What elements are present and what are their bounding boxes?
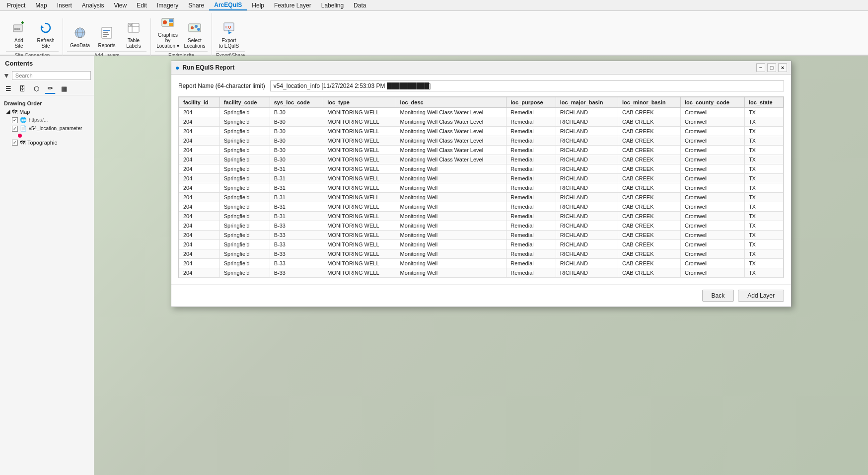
cell-6-5: Remedial: [506, 164, 556, 174]
menu-help[interactable]: Help: [247, 1, 269, 10]
add-layer-button[interactable]: Add Layer: [738, 290, 784, 302]
table-row[interactable]: 204SpringfieldB-31MONITORING WELLMonitor…: [179, 212, 784, 221]
col-sys-loc-code: sys_loc_code: [270, 97, 323, 108]
menu-share[interactable]: Share: [183, 1, 209, 10]
menu-edit[interactable]: Edit: [132, 1, 152, 10]
geodata-icon: [73, 26, 87, 42]
table-row[interactable]: 204SpringfieldB-33MONITORING WELLMonitor…: [179, 240, 784, 249]
graphics-by-location-label: Graphics byLocation ▾: [156, 32, 179, 49]
menu-analysis[interactable]: Analysis: [77, 1, 109, 10]
cell-15-3: MONITORING WELL: [323, 249, 396, 259]
table-row[interactable]: 204SpringfieldB-30MONITORING WELLMonitor…: [179, 117, 784, 127]
svg-point-18: [163, 20, 167, 24]
url-layer-checkbox[interactable]: ✓: [12, 117, 18, 123]
cell-5-8: Cromwell: [680, 155, 744, 164]
refresh-site-button[interactable]: RefreshSite: [33, 18, 59, 50]
cell-13-3: MONITORING WELL: [323, 231, 396, 240]
cell-11-9: TX: [744, 212, 783, 221]
table-row[interactable]: 204SpringfieldB-31MONITORING WELLMonitor…: [179, 202, 784, 212]
menu-bar: Project Map Insert Analysis View Edit Im…: [0, 0, 868, 11]
v54-checkbox[interactable]: ✓: [12, 126, 18, 132]
svg-marker-28: [229, 32, 232, 34]
menu-project[interactable]: Project: [2, 1, 30, 10]
topographic-icon: 🗺: [20, 140, 25, 146]
menu-imagery[interactable]: Imagery: [152, 1, 183, 10]
cell-4-8: Cromwell: [680, 146, 744, 155]
cell-8-5: Remedial: [506, 183, 556, 193]
cell-6-8: Cromwell: [680, 164, 744, 174]
sidebar-map-group[interactable]: ◢ 🗺 Map: [4, 107, 90, 116]
cell-14-2: B-33: [270, 240, 323, 249]
cell-5-6: RICHLAND: [556, 155, 618, 164]
table-row[interactable]: 204SpringfieldB-30MONITORING WELLMonitor…: [179, 155, 784, 164]
dialog-body: Report Name (64-character limit) facilit…: [171, 75, 791, 284]
report-name-label: Report Name (64-character limit): [178, 82, 265, 89]
select-locations-icon: [188, 21, 202, 37]
menu-map[interactable]: Map: [30, 1, 52, 10]
cell-17-1: Springfield: [219, 268, 270, 278]
cell-1-4: Monitoring Well Class Water Level: [396, 117, 506, 127]
polygon-icon[interactable]: ⬡: [31, 83, 42, 94]
menu-view[interactable]: View: [109, 1, 132, 10]
back-button[interactable]: Back: [702, 290, 734, 302]
table-labels-button[interactable]: AB TableLabels: [121, 18, 146, 50]
table-row[interactable]: 204SpringfieldB-30MONITORING WELLMonitor…: [179, 127, 784, 136]
menu-insert[interactable]: Insert: [52, 1, 77, 10]
cell-12-7: CAB CREEK: [618, 221, 680, 231]
menu-labeling[interactable]: Labeling: [316, 1, 349, 10]
table-row[interactable]: 204SpringfieldB-33MONITORING WELLMonitor…: [179, 221, 784, 231]
table-row[interactable]: 204SpringfieldB-30MONITORING WELLMonitor…: [179, 146, 784, 155]
cell-14-4: Monitoring Well: [396, 240, 506, 249]
sidebar-url-layer[interactable]: ✓ 🌐 https://...: [4, 116, 90, 124]
menu-arcequis[interactable]: ArcEQuIS: [209, 0, 247, 10]
table-row[interactable]: 204SpringfieldB-31MONITORING WELLMonitor…: [179, 183, 784, 193]
select-locations-button[interactable]: SelectLocations: [182, 18, 208, 50]
dialog-maximize-button[interactable]: □: [767, 63, 776, 72]
topographic-checkbox[interactable]: ✓: [12, 140, 18, 146]
cell-12-5: Remedial: [506, 221, 556, 231]
dialog-close-button[interactable]: ×: [778, 63, 787, 72]
table-row[interactable]: 204SpringfieldB-31MONITORING WELLMonitor…: [179, 193, 784, 202]
sidebar: Contents ▼ ☰ 🗄 ⬡ ✏ ▦ Drawing Order ◢ 🗺 M…: [0, 56, 94, 475]
sidebar-v54-layer[interactable]: ✓ 📄 v54_location_parameter: [4, 124, 90, 133]
add-site-button[interactable]: ≡≡≡ AddSite: [6, 18, 32, 50]
dialog-minimize-button[interactable]: −: [756, 63, 765, 72]
table-icon[interactable]: ▦: [59, 83, 70, 94]
cell-5-0: 204: [179, 155, 220, 164]
report-table-container[interactable]: facility_id facility_code sys_loc_code l…: [178, 96, 784, 278]
menu-feature-layer[interactable]: Feature Layer: [269, 1, 316, 10]
cell-15-9: TX: [744, 249, 783, 259]
table-row[interactable]: 204SpringfieldB-33MONITORING WELLMonitor…: [179, 249, 784, 259]
export-to-equis-label: Exportto EQuIS: [219, 38, 239, 49]
graphics-by-location-button[interactable]: Graphics byLocation ▾: [155, 13, 181, 50]
cell-0-3: MONITORING WELL: [323, 108, 396, 117]
table-row[interactable]: 204SpringfieldB-30MONITORING WELLMonitor…: [179, 108, 784, 117]
cell-15-4: Monitoring Well: [396, 249, 506, 259]
svg-marker-4: [41, 25, 44, 28]
geodata-button[interactable]: GeoData: [67, 23, 93, 50]
table-row[interactable]: 204SpringfieldB-30MONITORING WELLMonitor…: [179, 136, 784, 146]
database-icon[interactable]: 🗄: [17, 83, 28, 94]
table-row[interactable]: 204SpringfieldB-33MONITORING WELLMonitor…: [179, 231, 784, 240]
menu-data[interactable]: Data: [349, 1, 371, 10]
cell-15-1: Springfield: [219, 249, 270, 259]
filter-icon[interactable]: ▼: [3, 72, 10, 79]
cell-12-8: Cromwell: [680, 221, 744, 231]
table-row[interactable]: 204SpringfieldB-31MONITORING WELLMonitor…: [179, 174, 784, 183]
list-icon[interactable]: ☰: [3, 83, 14, 94]
reports-button[interactable]: Reports: [94, 23, 120, 50]
dialog-titlebar: ● Run EQuIS Report − □ ×: [171, 61, 791, 75]
report-name-input[interactable]: [270, 80, 784, 91]
table-row[interactable]: 204SpringfieldB-33MONITORING WELLMonitor…: [179, 268, 784, 278]
cell-0-7: CAB CREEK: [618, 108, 680, 117]
search-input[interactable]: [12, 71, 91, 80]
cell-13-8: Cromwell: [680, 231, 744, 240]
sidebar-topographic[interactable]: ✓ 🗺 Topographic: [4, 139, 90, 147]
table-row[interactable]: 204SpringfieldB-31MONITORING WELLMonitor…: [179, 164, 784, 174]
cell-3-7: CAB CREEK: [618, 136, 680, 146]
cell-7-1: Springfield: [219, 174, 270, 183]
table-row[interactable]: 204SpringfieldB-33MONITORING WELLMonitor…: [179, 259, 784, 268]
cell-4-5: Remedial: [506, 146, 556, 155]
export-to-equis-button[interactable]: EQ Exportto EQuIS: [216, 18, 242, 50]
pencil-icon[interactable]: ✏: [45, 83, 56, 94]
